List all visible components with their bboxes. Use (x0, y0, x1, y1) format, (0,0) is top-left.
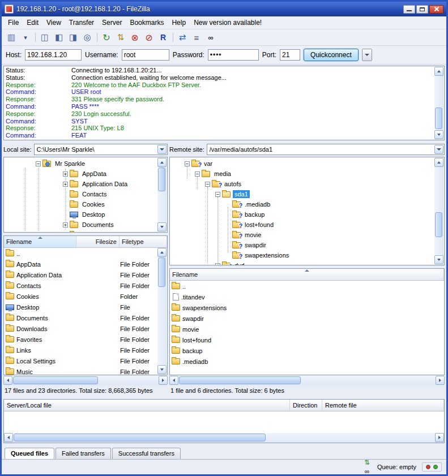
scroll-thumb[interactable] (179, 376, 301, 384)
tree-expander[interactable]: − (36, 161, 41, 166)
tree-item[interactable]: Contacts (4, 189, 167, 199)
tree-item[interactable]: lost+found (170, 220, 444, 230)
tree-expander[interactable]: − (195, 171, 200, 177)
scroll-up-button[interactable] (157, 158, 167, 167)
file-row[interactable]: Application Data File Folder (4, 269, 167, 280)
toolbar-separator[interactable] (33, 31, 37, 44)
tree-item[interactable]: − var (170, 158, 444, 169)
menu-item[interactable]: View (42, 18, 65, 28)
file-row[interactable]: Favorites File Folder (4, 334, 167, 345)
tree-item[interactable]: − sda1 (170, 189, 444, 199)
scroll-thumb[interactable] (13, 376, 98, 384)
remote-site-combo[interactable]: /var/media/autofs/sda1 (207, 144, 445, 155)
quickconnect-button[interactable]: Quickconnect (304, 49, 359, 61)
local-tree-vertical-scrollbar[interactable] (157, 158, 167, 231)
file-row[interactable]: swapextensions (170, 302, 444, 313)
toggle-remote-tree-icon[interactable]: ◨ (66, 31, 80, 44)
tree-item[interactable]: − media (170, 169, 444, 179)
file-row[interactable]: Downloads File Folder (4, 323, 167, 334)
cancel-icon[interactable]: ⊗ (128, 31, 142, 44)
menu-item[interactable]: File (4, 18, 23, 28)
tree-expander[interactable]: − (185, 161, 190, 166)
scroll-right-button[interactable] (159, 376, 168, 385)
password-input[interactable] (208, 49, 259, 61)
scroll-thumb[interactable] (435, 212, 442, 237)
tree-item[interactable]: + Application Data (4, 179, 167, 189)
process-queue-icon[interactable]: ⇅ (114, 31, 127, 44)
scroll-up-button[interactable] (157, 248, 167, 257)
file-row[interactable]: movie (170, 324, 444, 335)
scroll-left-button[interactable] (169, 376, 178, 385)
menu-item[interactable]: Transfer (65, 18, 98, 28)
scroll-thumb[interactable] (435, 108, 442, 129)
tree-item[interactable]: + Documents (4, 220, 167, 230)
scroll-right-button[interactable] (436, 376, 445, 385)
tree-expander[interactable]: − (215, 192, 220, 197)
scroll-down-button[interactable] (157, 365, 167, 374)
menu-item[interactable]: Bookmarks (126, 18, 168, 28)
tree-item[interactable]: − Mr Sparkle (4, 158, 167, 169)
local-list-vertical-scrollbar[interactable] (157, 248, 167, 374)
column-header-filesize[interactable]: Filesize (76, 236, 120, 247)
file-row[interactable]: Links File Folder (4, 345, 167, 355)
file-row[interactable]: Contacts File Folder (4, 280, 167, 291)
queue-body[interactable] (4, 411, 444, 433)
tree-item[interactable]: backup (170, 209, 444, 220)
tree-item[interactable]: swapextensions (170, 250, 444, 260)
tree-expander[interactable]: + (215, 263, 220, 266)
scroll-thumb[interactable] (158, 168, 165, 191)
tree-expander[interactable]: + (63, 222, 68, 228)
file-row[interactable]: lost+found (170, 335, 444, 345)
menu-item[interactable]: Help (168, 18, 190, 28)
combo-dropdown-button[interactable] (157, 145, 167, 154)
queue-tab[interactable]: Queued files (5, 448, 54, 459)
toggle-log-icon[interactable]: ◫ (38, 31, 52, 44)
scroll-down-button[interactable] (434, 255, 443, 264)
queue-tab[interactable]: Failed transfers (56, 448, 111, 459)
queue-column-header[interactable]: Direction (290, 400, 322, 411)
menu-item[interactable]: New version available! (190, 18, 266, 28)
tree-item[interactable]: swapdir (170, 240, 444, 250)
menu-item[interactable]: Edit (23, 18, 42, 28)
tree-item[interactable]: Desktop (4, 209, 167, 220)
tree-item[interactable]: + Downloads (4, 230, 167, 233)
tree-item[interactable]: + AppData (4, 169, 167, 179)
queue-horizontal-scrollbar[interactable] (4, 433, 444, 443)
tree-expander[interactable]: + (63, 182, 68, 187)
scroll-thumb[interactable] (158, 258, 165, 287)
remote-horizontal-scrollbar[interactable] (169, 376, 445, 385)
file-row[interactable]: AppData File Folder (4, 259, 167, 269)
host-input[interactable] (25, 49, 82, 61)
maximize-button[interactable] (416, 5, 428, 14)
file-row[interactable]: .titandev (170, 291, 444, 302)
scroll-up-button[interactable] (434, 158, 443, 167)
queue-column-header[interactable]: Server/Local file (4, 400, 290, 411)
tree-item[interactable]: + dvd (170, 260, 444, 265)
tree-expander[interactable]: − (205, 182, 210, 187)
refresh-icon[interactable]: ↻ (100, 31, 113, 44)
combo-dropdown-button[interactable] (434, 145, 443, 154)
disconnect-icon[interactable]: ⊘ (142, 31, 156, 44)
scroll-down-button[interactable] (434, 130, 443, 139)
file-row[interactable]: .. (170, 281, 444, 291)
filezilla-app-icon[interactable] (5, 5, 14, 14)
local-site-combo[interactable]: C:\Users\Mr Sparkle\ (34, 144, 168, 155)
port-input[interactable] (280, 49, 300, 61)
file-row[interactable]: Local Settings File Folder (4, 355, 167, 366)
scroll-right-button[interactable] (435, 433, 444, 442)
file-row[interactable]: Documents File Folder (4, 312, 167, 323)
close-button[interactable] (429, 5, 443, 14)
quickconnect-dropdown-button[interactable] (362, 49, 372, 61)
find-files-icon[interactable]: ∞ (204, 31, 217, 44)
file-row[interactable]: Music File Folder (4, 366, 167, 375)
scroll-up-button[interactable] (434, 67, 443, 76)
scroll-thumb[interactable] (14, 434, 266, 441)
local-horizontal-scrollbar[interactable] (3, 376, 168, 385)
queue-column-header[interactable]: Remote file (322, 400, 444, 411)
tree-item[interactable]: movie (170, 230, 444, 240)
column-header-filename[interactable]: Filename (170, 269, 444, 280)
tree-item[interactable]: − autofs (170, 179, 444, 189)
toggle-local-tree-icon[interactable]: ◧ (52, 31, 66, 44)
tree-item[interactable]: .mediadb (170, 199, 444, 209)
log-vertical-scrollbar[interactable] (434, 67, 443, 139)
